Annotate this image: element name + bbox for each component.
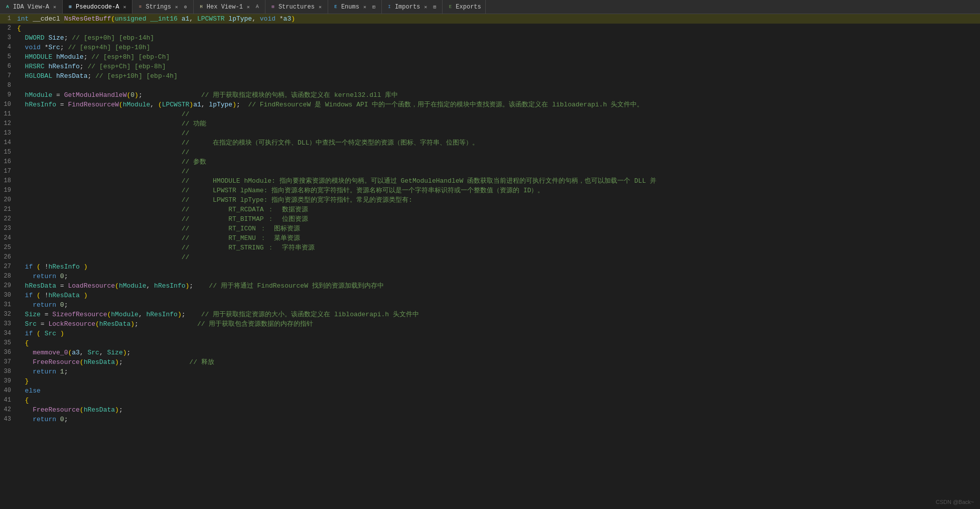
line-content: hModule = GetModuleHandleW(0); // 用于获取指定… [15,90,980,100]
line-number: 23 [0,224,15,233]
table-row: 34 if ( Src ) [0,329,980,338]
table-row: 6 HRSRC hResInfo; // [esp+Ch] [ebp-8h] [0,62,980,71]
line-content: // RT_BITMAP ： 位图资源 [15,214,980,224]
tab-imports-close[interactable]: ✕ [422,4,429,11]
line-content: // 在指定的模块（可执行文件、DLL）中查找一个特定类型的资源（图标、字符串、… [15,138,980,148]
table-row: 20 // LPWSTR lpType: 指向资源类型的宽字符指针。常见的资源类… [0,195,980,205]
line-number: 40 [0,386,15,396]
line-number: 34 [0,329,15,338]
line-content: void *Src; // [esp+4h] [ebp-10h] [15,43,980,52]
line-content: FreeResource(hResData); // 释放 [15,357,980,367]
table-row: 5 HMODULE hModule; // [esp+8h] [ebp-Ch] [0,52,980,62]
table-row: 11 // [0,109,980,119]
table-row: 30 if ( !hResData ) [0,291,980,300]
tab-ida-view-a-close[interactable]: ✕ [51,4,58,11]
tab-structures-label: Structures [278,4,315,11]
line-number: 20 [0,195,15,205]
tab-strings[interactable]: ≡ Strings ✕ ⊚ [132,0,193,14]
line-content: { [15,396,980,405]
line-number: 30 [0,291,15,300]
line-content: HGLOBAL hResData; // [esp+10h] [ebp-4h] [15,71,980,81]
code-container[interactable]: 1 int __cdecl NsResGetBuff(unsigned __in… [0,14,980,509]
strings-extra-icon: ⊚ [182,4,189,11]
table-row: 4 void *Src; // [esp+4h] [ebp-10h] [0,43,980,52]
line-content: // RT_MENU ： 菜单资源 [15,233,980,243]
tab-pseudocode-a-label: Pseudocode-A [76,4,119,11]
tab-pseudocode-a-close[interactable]: ✕ [121,4,128,11]
table-row: 19 // LPWSTR lpName: 指向资源名称的宽字符指针。资源名称可以… [0,186,980,195]
table-row: 16 // 参数 [0,157,980,167]
tab-ida-view-a[interactable]: A IDA View-A ✕ [0,0,63,14]
line-content: // [15,148,980,157]
line-content: // LPWSTR lpName: 指向资源名称的宽字符指针。资源名称可以是一个… [15,186,980,195]
table-row: 1 int __cdecl NsResGetBuff(unsigned __in… [0,14,980,24]
line-number: 21 [0,205,15,214]
table-row: 29 hResData = LoadResource(hModule, hRes… [0,281,980,291]
line-number: 2 [0,24,15,33]
ida-view-a-icon: A [4,4,11,11]
line-content: // RT_RCDATA ： 数据资源 [15,205,980,214]
line-content [15,81,980,90]
table-row: 27 if ( !hResInfo ) [0,262,980,272]
line-number: 24 [0,233,15,243]
table-row: 22 // RT_BITMAP ： 位图资源 [0,214,980,224]
tab-enums[interactable]: E Enums ✕ ⊞ [328,0,382,14]
line-number: 37 [0,357,15,367]
table-row: 10 hResInfo = FindResourceW(hModule, (LP… [0,100,980,109]
pseudocode-a-icon: ⊞ [67,4,74,11]
line-content: HRSRC hResInfo; // [esp+Ch] [ebp-8h] [15,62,980,71]
line-number: 26 [0,252,15,262]
line-number: 18 [0,176,15,186]
line-number: 8 [0,81,15,90]
line-number: 10 [0,100,15,109]
table-row: 8 [0,81,980,90]
tab-pseudocode-a[interactable]: ⊞ Pseudocode-A ✕ [63,0,132,14]
line-number: 9 [0,90,15,100]
tab-strings-close[interactable]: ✕ [173,4,180,11]
line-content: if ( !hResInfo ) [15,262,980,272]
table-row: 2 { [0,24,980,33]
line-content: // HMODULE hModule: 指向要搜索资源的模块的句柄。可以通过 G… [15,176,980,186]
imports-icon: I [386,4,393,11]
table-row: 7 HGLOBAL hResData; // [esp+10h] [ebp-4h… [0,71,980,81]
line-number: 7 [0,71,15,81]
line-number: 35 [0,338,15,348]
table-row: 43 return 0; [0,415,980,424]
line-content: // 参数 [15,157,980,167]
table-row: 31 return 0; [0,300,980,310]
table-row: 41 { [0,396,980,405]
line-number: 6 [0,62,15,71]
table-row: 13 // [0,129,980,138]
table-row: 28 return 0; [0,272,980,281]
line-number: 1 [0,14,15,24]
hex-view-icon: H [198,4,205,11]
tab-imports[interactable]: I Imports ✕ ⊞ [382,0,443,14]
tab-structures-close[interactable]: ✕ [317,4,324,11]
line-content: // RT_ICON ： 图标资源 [15,224,980,233]
line-number: 41 [0,396,15,405]
enums-icon: E [332,4,339,11]
line-content: return 0; [15,415,980,424]
tab-hex-view-1-label: Hex View-1 [207,4,243,11]
tab-hex-view-1[interactable]: H Hex View-1 ✕ A [194,0,265,14]
table-row: 12 // 功能 [0,119,980,129]
table-row: 26 // [0,252,980,262]
line-content: } [15,376,980,386]
line-number: 12 [0,119,15,129]
line-number: 5 [0,52,15,62]
enums-extra-icon: ⊞ [370,4,377,11]
table-row: 3 DWORD Size; // [esp+0h] [ebp-14h] [0,33,980,43]
line-content: return 0; [15,300,980,310]
tab-strings-label: Strings [146,4,171,11]
tab-structures[interactable]: ⊞ Structures ✕ [265,0,328,14]
line-number: 36 [0,348,15,357]
tab-hex-view-1-close[interactable]: ✕ [245,4,252,11]
hex-extra-icon: A [254,4,261,11]
line-number: 42 [0,405,15,415]
tab-enums-close[interactable]: ✕ [361,4,368,11]
line-content: // RT_STRING ： 字符串资源 [15,243,980,252]
table-row: 33 Src = LockResource(hResData); // 用于获取… [0,319,980,329]
tab-exports[interactable]: E Exports [443,0,485,14]
table-row: 25 // RT_STRING ： 字符串资源 [0,243,980,252]
line-content: hResInfo = FindResourceW(hModule, (LPCWS… [15,100,980,109]
